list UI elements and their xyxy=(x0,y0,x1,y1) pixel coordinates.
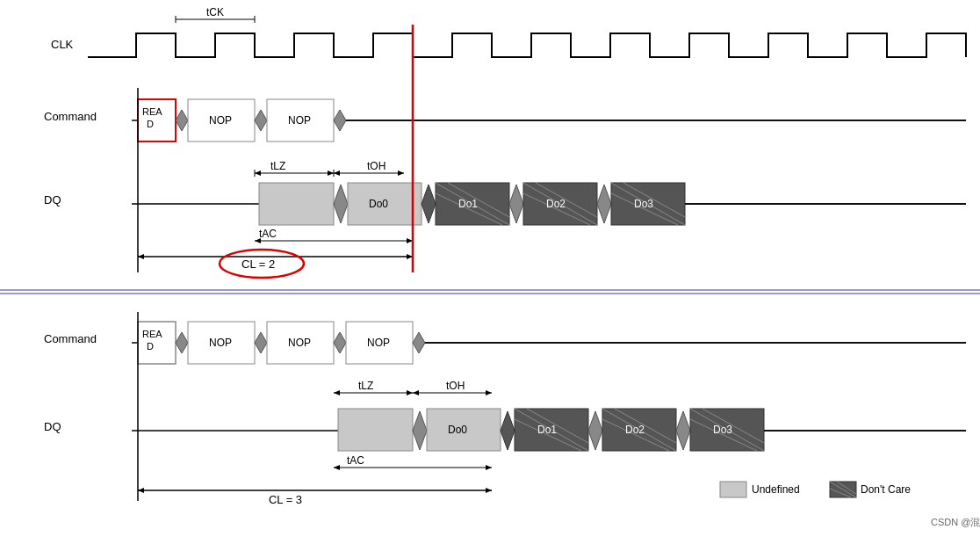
tlz-bot-arrow-right xyxy=(407,390,413,395)
cmd-trans-1 xyxy=(176,110,188,131)
do1-label-top: Do1 xyxy=(458,198,478,210)
dq-trans-4-top xyxy=(597,185,611,223)
nop1-label-top: NOP xyxy=(209,114,232,127)
nop1-label-bot: NOP xyxy=(209,337,232,349)
do1-label-bot: Do1 xyxy=(537,424,557,436)
dq-trans-2-bot xyxy=(501,411,515,450)
toh-top-arrow xyxy=(398,170,404,176)
dq-undefined-top xyxy=(259,183,334,225)
tac-top-arrow-left xyxy=(255,238,261,243)
dq-bot-label: DQ xyxy=(44,420,61,433)
cmd-trans-2 xyxy=(255,110,267,131)
tac-bot-arrow-left xyxy=(334,465,340,470)
tck-label: tCK xyxy=(206,6,224,18)
do2-label-top: Do2 xyxy=(546,198,566,210)
tac-bot-arrow-right xyxy=(486,465,492,470)
do3-label-top: Do3 xyxy=(634,198,653,210)
tlz-bot-arrow-left xyxy=(334,390,340,395)
read-label-top: REA xyxy=(142,106,162,117)
dq-top-label: DQ xyxy=(44,193,61,207)
watermark: CSDN @混子王江江 xyxy=(931,517,980,527)
tac-top: tAC xyxy=(259,228,277,240)
toh-top-arrow-left xyxy=(334,170,340,176)
legend-dontcare-label: Don't Care xyxy=(861,483,911,496)
dq-trans-2-top xyxy=(422,185,436,223)
dq-trans-3-bot xyxy=(588,411,602,450)
cmd-bot-trans-2 xyxy=(255,332,267,353)
tlz-top-arrow-left xyxy=(255,170,261,176)
read-label-bot2: D xyxy=(147,341,154,352)
nop2-label-top: NOP xyxy=(288,114,311,127)
cmd-trans-3 xyxy=(334,110,346,131)
cmd-bot-trans-4 xyxy=(413,332,425,353)
do2-label-bot: Do2 xyxy=(625,424,645,436)
toh-bot-arrow-left xyxy=(413,390,419,395)
toh-top: tOH xyxy=(367,160,386,172)
tlz-top-arrow xyxy=(328,170,334,176)
tlz-top: tLZ xyxy=(270,160,285,172)
toh-bot-arrow-right xyxy=(486,390,492,395)
clk-label: CLK xyxy=(51,38,74,51)
nop3-label-bot: NOP xyxy=(367,337,390,349)
cl2-label: CL = 2 xyxy=(241,257,275,271)
do0-label-top: Do0 xyxy=(369,198,388,210)
read-label-top2: D xyxy=(147,119,154,129)
dq-trans-3-top xyxy=(509,185,523,223)
dq-undefined-bot xyxy=(338,409,413,451)
legend-undefined-box xyxy=(720,482,746,497)
clk-waveform xyxy=(88,33,966,57)
timing-diagram: CLK tCK Command REA D NOP NOP DQ tLZ tOH xyxy=(0,0,980,544)
command-bot-label: Command xyxy=(44,332,97,345)
tac-bot: tAC xyxy=(347,454,364,467)
do3-label-bot: Do3 xyxy=(713,424,732,436)
dq-trans-4-bot xyxy=(676,411,690,450)
dq-trans-1-bot xyxy=(413,411,427,450)
cl2-arrow-left xyxy=(138,254,144,259)
cmd-bot-trans-3 xyxy=(334,332,346,353)
dq-trans-1-top xyxy=(334,185,348,223)
tlz-bot: tLZ xyxy=(358,380,373,392)
cl3-label: CL = 3 xyxy=(269,493,302,506)
cmd-bot-trans-1 xyxy=(176,332,188,353)
command-top-label: Command xyxy=(44,110,97,123)
toh-bot: tOH xyxy=(446,380,465,392)
cl3-arrow-left xyxy=(138,488,144,493)
legend-undefined-label: Undefined xyxy=(752,483,800,496)
read-label-bot: REA xyxy=(142,329,162,339)
nop2-label-bot: NOP xyxy=(288,337,311,349)
cl3-arrow-right xyxy=(486,488,492,493)
do0-label-bot: Do0 xyxy=(448,424,467,436)
